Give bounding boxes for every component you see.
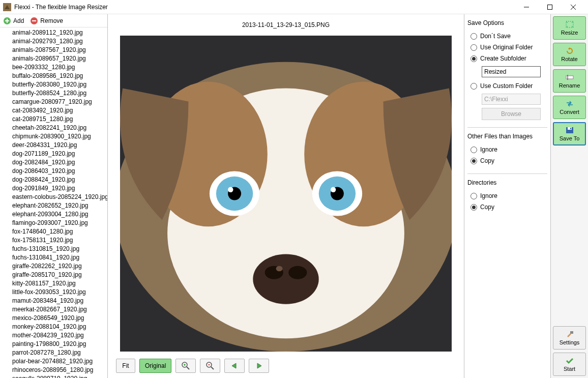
file-list[interactable]: animal-2089112_1920.jpganimal-2092793_12…	[0, 27, 107, 378]
list-item[interactable]: parrot-2087278_1280.jpg	[0, 348, 107, 357]
list-item[interactable]: fox-1748640_1280.jpg	[0, 227, 107, 236]
file-panel: Add Remove animal-2089112_1920.jpganimal…	[0, 14, 108, 378]
list-item[interactable]: dog-2088424_1920.jpg	[0, 176, 107, 184]
list-item[interactable]: butterfly-2083080_1920.jpg	[0, 80, 107, 89]
arrow-right-icon	[254, 362, 263, 369]
list-item[interactable]: butterfly-2088524_1280.jpg	[0, 89, 107, 98]
list-item[interactable]: fuchs-1310841_1920.jpg	[0, 253, 107, 262]
list-item[interactable]: mexico-2086549_1920.jpg	[0, 314, 107, 323]
original-button[interactable]: Original	[139, 359, 171, 373]
list-item[interactable]: giraffe-2085170_1920.jpg	[0, 271, 107, 279]
rename-icon	[565, 73, 574, 81]
svg-point-17	[228, 187, 233, 192]
zoom-out-button[interactable]	[200, 359, 220, 373]
dirs-title: Directories	[467, 179, 547, 186]
convert-button[interactable]: Convert	[553, 96, 586, 119]
add-label: Add	[13, 17, 24, 24]
list-item[interactable]: fox-1758131_1920.jpg	[0, 236, 107, 245]
list-item[interactable]: giraffe-2082262_1920.jpg	[0, 262, 107, 271]
dirs-copy-radio[interactable]: Copy	[467, 201, 547, 213]
list-item[interactable]: animals-2087567_1920.jpg	[0, 46, 107, 54]
fit-button[interactable]: Fit	[116, 359, 135, 373]
list-item[interactable]: bee-2093332_1280.jpg	[0, 63, 107, 72]
list-item[interactable]: camargue-2080977_1920.jpg	[0, 98, 107, 106]
maximize-button[interactable]	[538, 0, 562, 14]
list-item[interactable]: seagulls-2089719_1920.jpg	[0, 374, 107, 378]
rename-button[interactable]: Rename	[553, 69, 586, 93]
svg-line-31	[211, 367, 214, 369]
app-logo-icon	[3, 3, 11, 11]
zoom-in-icon	[181, 361, 190, 370]
list-item[interactable]: dog-2071189_1920.jpg	[0, 150, 107, 158]
list-item[interactable]: eastern-colobus-2085224_1920.jpg	[0, 193, 107, 201]
arrow-left-icon	[230, 362, 239, 369]
dont-save-radio[interactable]: Don´t Save	[467, 31, 547, 42]
svg-rect-2	[548, 5, 552, 9]
list-item[interactable]: flamingo-2093007_1920.jpg	[0, 219, 107, 227]
list-item[interactable]: dog-2082484_1920.jpg	[0, 158, 107, 167]
list-item[interactable]: dog-2091849_1920.jpg	[0, 184, 107, 193]
list-item[interactable]: meerkat-2082667_1920.jpg	[0, 305, 107, 314]
list-item[interactable]: animal-2089112_1920.jpg	[0, 28, 107, 37]
options-panel: Save Options Don´t Save Use Original Fol…	[464, 14, 550, 378]
close-button[interactable]	[562, 0, 585, 14]
add-button[interactable]: Add	[3, 17, 24, 25]
list-item[interactable]: elephant-2082652_1920.jpg	[0, 201, 107, 210]
preview-controls: Fit Original	[113, 352, 459, 373]
list-item[interactable]: animals-2089657_1920.jpg	[0, 54, 107, 63]
start-button[interactable]: Start	[553, 353, 586, 376]
list-item[interactable]: buffalo-2089586_1920.jpg	[0, 72, 107, 80]
check-icon	[565, 357, 574, 365]
resize-button[interactable]: Resize	[553, 16, 586, 40]
list-item[interactable]: little-fox-2093053_1920.jpg	[0, 288, 107, 297]
next-button[interactable]	[249, 359, 269, 373]
image-preview	[120, 36, 452, 352]
list-item[interactable]: deer-2084331_1920.jpg	[0, 141, 107, 150]
svg-rect-39	[570, 331, 573, 334]
list-item[interactable]: mother-2084239_1920.jpg	[0, 331, 107, 340]
list-item[interactable]: fuchs-1310815_1920.jpg	[0, 245, 107, 253]
prev-button[interactable]	[224, 359, 245, 373]
preview-image	[120, 36, 452, 352]
list-item[interactable]: dog-2086403_1920.jpg	[0, 167, 107, 176]
dirs-ignore-radio[interactable]: Ignore	[467, 190, 547, 201]
svg-line-27	[187, 367, 189, 369]
preview-panel: 2013-11-01_13-29-13_015.PNG	[108, 14, 464, 378]
remove-button[interactable]: Remove	[30, 17, 63, 25]
custom-folder-radio[interactable]: Use Custom Folder	[467, 80, 547, 92]
other-files-title: Other Files than Images	[467, 133, 547, 140]
titlebar: Flexxi - The flexible Image Resizer	[0, 0, 588, 14]
other-ignore-radio[interactable]: Ignore	[467, 144, 547, 155]
rotate-button[interactable]: Rotate	[553, 43, 586, 66]
list-item[interactable]: elephant-2093004_1280.jpg	[0, 210, 107, 219]
list-item[interactable]: cat-2089715_1280.jpg	[0, 115, 107, 124]
settings-button[interactable]: Settings	[553, 326, 586, 350]
preview-filename: 2013-11-01_13-29-13_015.PNG	[113, 19, 459, 36]
subfolder-radio[interactable]: Create Subfolder	[467, 53, 547, 64]
list-item[interactable]: cat-2083492_1920.jpg	[0, 106, 107, 115]
list-item[interactable]: mamut-2083484_1920.jpg	[0, 297, 107, 305]
original-folder-radio[interactable]: Use Original Folder	[467, 42, 547, 53]
custom-folder-input	[482, 94, 541, 105]
list-item[interactable]: animal-2092793_1280.jpg	[0, 37, 107, 46]
list-item[interactable]: kitty-2081157_1920.jpg	[0, 279, 107, 288]
list-item[interactable]: monkey-2088104_1920.jpg	[0, 323, 107, 331]
list-item[interactable]: chipmunk-2083900_1920.jpg	[0, 132, 107, 141]
action-sidebar: Resize Rotate Rename Convert Save To Set…	[550, 14, 588, 378]
list-item[interactable]: painting-1798800_1920.jpg	[0, 340, 107, 348]
list-item[interactable]: polar-bear-2074882_1920.jpg	[0, 357, 107, 366]
window-title: Flexxi - The flexible Image Resizer	[14, 4, 515, 11]
list-item[interactable]: rhinoceros-2088956_1280.jpg	[0, 366, 107, 374]
svg-point-24	[288, 266, 307, 279]
browse-button: Browse	[482, 108, 541, 120]
zoom-in-button[interactable]	[175, 359, 196, 373]
list-item[interactable]: cheetah-2082241_1920.jpg	[0, 124, 107, 132]
svg-point-21	[331, 187, 336, 192]
hammer-icon	[565, 330, 574, 338]
zoom-out-icon	[205, 361, 215, 370]
rotate-icon	[565, 47, 574, 55]
minimize-button[interactable]	[515, 0, 538, 14]
other-copy-radio[interactable]: Copy	[467, 155, 547, 166]
saveto-button[interactable]: Save To	[553, 122, 586, 146]
subfolder-name-input[interactable]	[482, 66, 541, 77]
